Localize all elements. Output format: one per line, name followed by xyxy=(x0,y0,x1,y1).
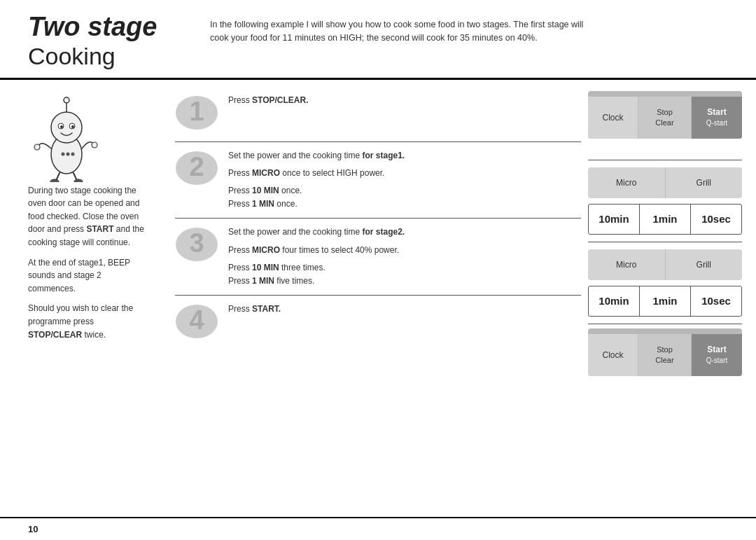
page-number: 10 xyxy=(28,524,38,534)
header-description: In the following example I will show you… xyxy=(210,13,602,45)
time-1min-1: 1min xyxy=(640,205,691,234)
step-3-row: 3 Set the power and the cooking time for… xyxy=(175,223,581,288)
step-3-number: 3 xyxy=(175,223,218,266)
left-para-3: Should you wish to clear the programme p… xyxy=(28,302,147,341)
stop-clear-button-2[interactable]: Stop Clear xyxy=(638,334,692,376)
panel-micro-grill-1: Micro Grill xyxy=(588,167,742,198)
clock-button-1[interactable]: Clock xyxy=(588,97,638,139)
page-footer: 10 xyxy=(0,517,756,540)
left-column: During two stage cooking the oven door c… xyxy=(0,91,161,383)
step-4-row: 4 Press START. xyxy=(175,300,581,343)
svg-point-1 xyxy=(51,112,82,143)
svg-text:4: 4 xyxy=(189,305,204,335)
step-2-number: 2 xyxy=(175,146,218,190)
step-2-text: Set the power and the cooking time for s… xyxy=(228,146,405,212)
micro-button-2[interactable]: Micro xyxy=(588,249,666,280)
title-italic: Two stage xyxy=(28,13,182,42)
svg-point-9 xyxy=(66,152,70,155)
panel-4-buttons: Clock Stop Clear Start Q-start xyxy=(588,334,742,376)
svg-point-3 xyxy=(64,97,69,103)
svg-text:3: 3 xyxy=(189,228,204,258)
step-1-text: Press STOP/CLEAR. xyxy=(228,91,308,107)
step-1-number: 1 xyxy=(175,91,218,134)
main-content: During two stage cooking the oven door c… xyxy=(0,80,756,383)
step-1-row: 1 Press STOP/CLEAR. xyxy=(175,91,581,134)
time-10min-2: 10min xyxy=(589,286,640,316)
step-2-row: 2 Set the power and the cooking time for… xyxy=(175,146,581,212)
time-1min-2: 1min xyxy=(640,286,691,316)
svg-point-13 xyxy=(50,179,59,182)
step-4-text: Press START. xyxy=(228,300,281,316)
grill-button-1[interactable]: Grill xyxy=(666,167,743,198)
svg-point-12 xyxy=(92,142,97,148)
step-4-number: 4 xyxy=(175,300,218,343)
middle-column: 1 Press STOP/CLEAR. 2 Set the power and … xyxy=(161,91,588,383)
left-para-1: During two stage cooking the oven door c… xyxy=(28,184,147,249)
left-para-2: At the end of stage1, BEEP sounds and st… xyxy=(28,256,147,296)
svg-text:1: 1 xyxy=(189,97,204,126)
time-10sec-1: 10sec xyxy=(691,205,741,234)
start-button-2[interactable]: Start Q-start xyxy=(692,334,742,376)
panel-time-1: 10min 1min 10sec xyxy=(588,204,742,235)
svg-point-11 xyxy=(34,144,40,150)
time-10min-1: 10min xyxy=(589,205,640,234)
page-header: Two stage Cooking In the following examp… xyxy=(0,0,756,80)
svg-point-14 xyxy=(74,179,83,182)
right-column: Clock Stop Clear Start Q-start Micro Gri… xyxy=(588,91,756,383)
start-button-1[interactable]: Start Q-start xyxy=(692,97,742,139)
title-block: Two stage Cooking xyxy=(28,13,182,71)
title-normal: Cooking xyxy=(28,42,182,71)
micro-button-1[interactable]: Micro xyxy=(588,167,666,198)
svg-point-8 xyxy=(62,152,65,155)
panel-micro-grill-2: Micro Grill xyxy=(588,249,742,280)
time-10sec-2: 10sec xyxy=(691,286,741,316)
grill-button-2[interactable]: Grill xyxy=(666,249,743,280)
stop-clear-button-1[interactable]: Stop Clear xyxy=(638,97,692,139)
panel-4-section: Clock Stop Clear Start Q-start xyxy=(588,328,742,376)
panel-time-2: 10min 1min 10sec xyxy=(588,286,742,317)
panel-1-section: Clock Stop Clear Start Q-start xyxy=(588,91,742,139)
svg-text:2: 2 xyxy=(189,152,204,181)
step-3-text: Set the power and the cooking time for s… xyxy=(228,223,405,288)
svg-point-7 xyxy=(71,125,74,128)
clock-button-2[interactable]: Clock xyxy=(588,334,638,376)
svg-point-6 xyxy=(60,125,63,128)
mascot-image xyxy=(28,91,105,182)
panel-1-buttons: Clock Stop Clear Start Q-start xyxy=(588,97,742,139)
svg-point-10 xyxy=(71,152,75,155)
